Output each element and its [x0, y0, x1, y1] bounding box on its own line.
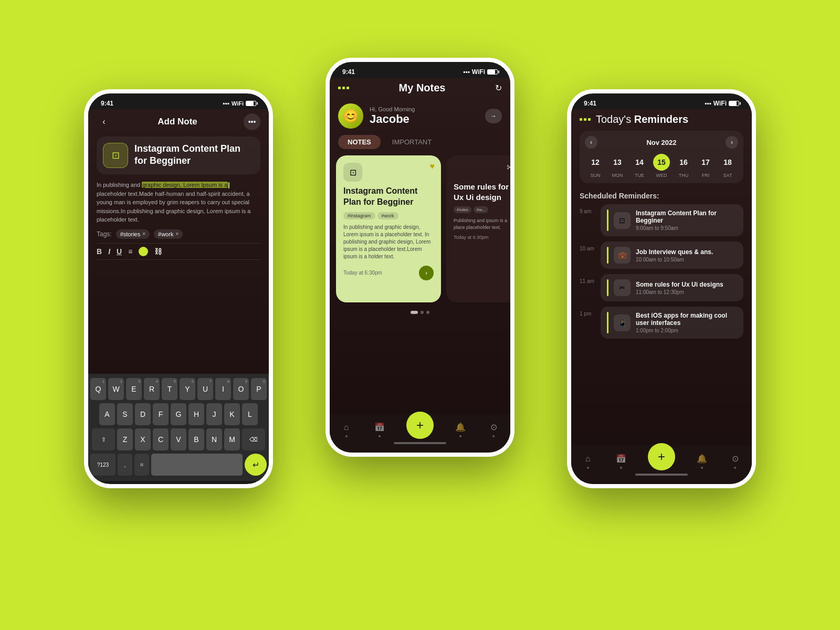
- back-button[interactable]: ‹: [97, 114, 111, 129]
- key-t[interactable]: 5T: [162, 378, 177, 400]
- key-v[interactable]: V: [171, 428, 186, 450]
- tag-work[interactable]: #work ×: [154, 229, 183, 239]
- link-button[interactable]: ⛓: [154, 247, 162, 256]
- right-nav-settings[interactable]: ⊙: [729, 453, 741, 469]
- key-s[interactable]: S: [117, 403, 133, 425]
- left-phone: 9:41 ▪▪▪ WiFi ‹ Add Note ••• ⊡ Instagram…: [84, 89, 273, 488]
- key-k[interactable]: K: [224, 403, 240, 425]
- italic-button[interactable]: I: [108, 247, 110, 256]
- key-x[interactable]: X: [135, 428, 151, 450]
- right-nav-home[interactable]: ⌂: [582, 453, 594, 469]
- key-j[interactable]: J: [206, 403, 222, 425]
- key-z[interactable]: Z: [117, 428, 133, 450]
- note-title[interactable]: Instagram Content Plan for Begginer: [134, 143, 254, 167]
- right-add-button[interactable]: +: [648, 443, 675, 470]
- center-battery-icon: [487, 69, 498, 75]
- comma-key[interactable]: ,: [118, 454, 132, 476]
- key-c[interactable]: C: [153, 428, 169, 450]
- center-notch: [388, 62, 452, 77]
- more-button[interactable]: •••: [244, 113, 260, 130]
- battery-icon: [246, 101, 256, 106]
- tag-work-label: #work: [158, 231, 173, 237]
- key-q[interactable]: 1Q: [90, 378, 106, 400]
- key-l[interactable]: L: [242, 403, 258, 425]
- color-picker[interactable]: [139, 247, 148, 256]
- cal-day-18[interactable]: 18 SAT: [718, 154, 737, 178]
- underline-button[interactable]: U: [117, 247, 122, 256]
- shift-key[interactable]: ⇧: [92, 428, 115, 450]
- nav-bell[interactable]: 🔔: [454, 421, 467, 437]
- key-p[interactable]: 0P: [251, 378, 267, 400]
- tag-stories[interactable]: #stories ×: [116, 229, 150, 239]
- key-e[interactable]: 3E: [126, 378, 142, 400]
- key-n[interactable]: N: [206, 428, 222, 450]
- right-nav-calendar[interactable]: 📅: [615, 453, 627, 469]
- schedule-time-2: 10:00am to 10:50am: [636, 257, 737, 262]
- note-card-2[interactable]: ✂ Some rules for Ux Ui design #rules #w.…: [446, 155, 510, 302]
- schedule-card-4[interactable]: 📱 Best iOS apps for making cool user int…: [601, 307, 743, 339]
- cal-day-17[interactable]: 17 FRI: [696, 154, 715, 178]
- note-card-1-tags: #instagram #work: [343, 212, 434, 219]
- right-bell-icon: 🔔: [696, 453, 708, 465]
- schedule-info-4: Best iOS apps for making cool user inter…: [636, 312, 737, 333]
- schedule-list: 9 am ⊡ Instagram Content Plan for Beggin…: [571, 204, 752, 344]
- nav-calendar[interactable]: 📅: [373, 421, 386, 437]
- schedule-row-11am: 11 am ✂ Some rules for Ux Ui designs 11:…: [580, 274, 743, 304]
- return-key[interactable]: ↵: [245, 454, 267, 476]
- tag-instagram: #instagram: [343, 212, 375, 219]
- tab-important[interactable]: IMPORTANT: [385, 135, 439, 149]
- note-body[interactable]: In publishing and graphic design, Lorem …: [97, 181, 260, 224]
- refresh-button[interactable]: ↻: [495, 83, 502, 93]
- cal-day-num-18: 18: [719, 154, 736, 171]
- list-button[interactable]: ≡: [128, 247, 132, 256]
- key-o[interactable]: 9O: [233, 378, 249, 400]
- cal-day-12[interactable]: 12 SUN: [586, 154, 605, 178]
- key-b[interactable]: B: [188, 428, 204, 450]
- key-y[interactable]: 6Y: [180, 378, 195, 400]
- delete-key[interactable]: ⌫: [242, 428, 265, 450]
- cal-day-16[interactable]: 16 THU: [674, 154, 693, 178]
- reminders-header: Today's Reminders: [571, 109, 752, 131]
- right-time: 9:41: [584, 100, 596, 107]
- cal-next-button[interactable]: ›: [726, 136, 738, 149]
- key-r[interactable]: 4R: [144, 378, 160, 400]
- schedule-card-1[interactable]: ⊡ Instagram Content Plan for Begginer 9:…: [601, 204, 743, 236]
- key-m[interactable]: M: [224, 428, 240, 450]
- key-d[interactable]: D: [135, 403, 151, 425]
- cal-day-13[interactable]: 13 MON: [608, 154, 627, 178]
- nav-home[interactable]: ⌂: [340, 421, 353, 437]
- schedule-icon-2: 💼: [614, 247, 631, 264]
- profile-arrow-button[interactable]: →: [485, 109, 502, 123]
- note-card-1[interactable]: ♥ ⊡ Instagram Content Plan for Begginer …: [336, 155, 441, 302]
- accent-3: [607, 279, 608, 296]
- cal-day-label-tue: TUE: [635, 173, 644, 178]
- tab-notes[interactable]: NOTES: [338, 135, 381, 149]
- key-w[interactable]: 2W: [108, 378, 124, 400]
- right-nav-bell[interactable]: 🔔: [696, 453, 708, 469]
- key-u[interactable]: 7U: [197, 378, 213, 400]
- schedule-card-3[interactable]: ✂ Some rules for Ux Ui designs 11:00am t…: [601, 274, 743, 301]
- cal-day-num-12: 12: [587, 154, 604, 171]
- bold-button[interactable]: B: [97, 247, 102, 256]
- key-f[interactable]: F: [153, 403, 169, 425]
- cal-day-15[interactable]: 15 WED: [652, 154, 671, 178]
- tag-work-remove[interactable]: ×: [175, 231, 178, 237]
- left-status-icons: ▪▪▪ WiFi: [223, 100, 256, 107]
- heart-icon[interactable]: ♥: [430, 162, 435, 171]
- globe-key[interactable]: ⌗: [134, 454, 149, 476]
- cal-prev-button[interactable]: ‹: [585, 136, 597, 149]
- key-g[interactable]: G: [171, 403, 186, 425]
- num-key[interactable]: ?123: [90, 454, 116, 476]
- kb-row-4: ?123 , ⌗ ↵: [90, 454, 267, 476]
- home-dot: [345, 435, 348, 437]
- add-button[interactable]: +: [406, 412, 434, 439]
- key-h[interactable]: H: [188, 403, 204, 425]
- cal-day-14[interactable]: 14 TUE: [630, 154, 649, 178]
- schedule-card-2[interactable]: 💼 Job Interview ques & ans. 10:00am to 1…: [601, 242, 743, 269]
- note-card-1-arrow[interactable]: ›: [419, 266, 434, 280]
- space-key[interactable]: [151, 454, 243, 476]
- nav-settings[interactable]: ⊙: [487, 421, 500, 437]
- key-i[interactable]: 8I: [215, 378, 231, 400]
- key-a[interactable]: A: [99, 403, 115, 425]
- tag-stories-remove[interactable]: ×: [142, 231, 145, 237]
